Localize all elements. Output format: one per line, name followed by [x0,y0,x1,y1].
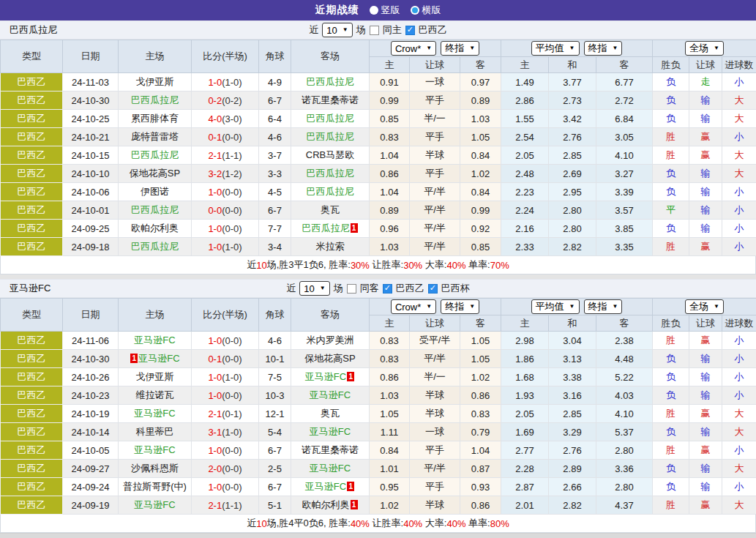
home-team-name[interactable]: 沙佩科恩斯 [131,463,179,474]
fulltime-select[interactable]: 全场▼ [685,41,724,56]
recent-games-select[interactable]: 10▼ [299,281,329,296]
home-team-name[interactable]: 欧帕尔利奥 [131,223,179,233]
near-label: 近 [286,282,296,295]
final-odds-select[interactable]: 终指▼ [441,299,479,314]
home-team-name[interactable]: 累西腓体育 [131,113,179,124]
corners-cell: 6-7 [259,441,291,460]
sub-col-header-goals: 进球数 [722,315,756,332]
radio-label[interactable]: 竖版 [381,4,400,17]
handicap-line: 平/半 [410,220,460,238]
away-team-name[interactable]: 巴西瓜拉尼 [307,168,354,179]
cup-filter-checkbox[interactable] [428,284,438,294]
avg-home-odds: 2.48 [501,165,549,183]
average-odds-select[interactable]: 平均值▼ [531,41,580,56]
radio-icon[interactable] [411,6,419,15]
handicap-away-odds: 0.84 [460,146,501,165]
home-team-name[interactable]: 戈伊亚斯 [136,76,174,87]
odds-source-select[interactable]: Crow*▼ [391,41,436,56]
halftime-score: (0-0) [222,132,242,143]
fulltime-select[interactable]: 全场▼ [685,299,724,314]
away-team-name[interactable]: 巴西瓜拉尼 [302,223,350,233]
away-team-name[interactable]: 保地花高SP [304,353,355,364]
away-team-name[interactable]: 巴西瓜拉尼 [307,131,354,142]
handicap-home-odds: 0.83 [370,350,410,368]
match-row: 巴西乙24-10-30巴西瓜拉尼0-2(0-2)6-7诺瓦里桑蒂诺0.99平手0… [1,91,756,110]
same-home-label[interactable]: 同主 [383,23,402,37]
handicap-away-odds: 1.02 [460,368,501,386]
home-team-name[interactable]: 保地花高SP [130,168,180,179]
layout-radio-horizontal[interactable]: 横版 [411,4,441,17]
home-team-name[interactable]: 戈伊亚斯 [136,371,174,382]
odds-source-select[interactable]: Crow*▼ [391,299,436,314]
away-team-name[interactable]: 巴西瓜拉尼 [307,113,354,124]
same-away-checkbox[interactable] [347,284,356,294]
halftime-score: (1-0) [222,77,242,88]
final-odds-select[interactable]: 终指▼ [584,299,623,314]
home-team-name[interactable]: 亚马逊FC [134,444,175,455]
chevron-down-icon: ▼ [714,304,719,310]
halftime-score: (1-1) [222,500,242,511]
home-team-name[interactable]: 伊图诺 [141,186,169,197]
score-cell: 1-0(0-0) [192,386,259,405]
handicap-line: 平手 [410,165,460,183]
away-team-name[interactable]: 诺瓦里桑蒂诺 [302,94,359,105]
date-cell: 24-09-24 [63,478,119,496]
home-team-name[interactable]: 亚马逊FC [134,408,175,419]
away-team-name[interactable]: 巴西瓜拉尼 [307,76,354,87]
away-team-name[interactable]: 巴西瓜拉尼 [307,186,354,197]
radio-label[interactable]: 横版 [422,4,441,17]
home-team-name[interactable]: 科里蒂巴 [136,426,174,437]
home-team-name[interactable]: 亚马逊FC [138,353,179,364]
away-team-name[interactable]: 欧帕尔利奥 [302,499,350,510]
handicap-line: 平手 [410,478,460,496]
recent-games-select[interactable]: 10▼ [322,23,352,37]
away-team-name[interactable]: 奥瓦 [321,408,340,419]
home-team-name[interactable]: 巴西瓜拉尼 [131,204,179,215]
score-cell: 2-1(1-1) [192,146,259,165]
handicap-home-odds: 1.04 [370,183,410,201]
fulltime-score: 3-1 [208,427,222,438]
home-team-name[interactable]: 巴西瓜拉尼 [131,94,179,105]
home-team-name[interactable]: 巴西瓜拉尼 [131,241,179,252]
fulltime-score: 0-2 [208,95,222,106]
league-filter-checkbox[interactable] [405,26,415,35]
league-filter-checkbox[interactable] [383,284,392,294]
home-team-name[interactable]: 亚马逊FC [134,499,175,510]
home-team-name[interactable]: 亚马逊FC [134,335,175,345]
away-team-name[interactable]: 米内罗美洲 [307,335,354,345]
average-odds-select[interactable]: 平均值▼ [531,299,580,314]
handicap-home-odds: 0.84 [370,441,410,460]
away-team-name[interactable]: 亚马逊FC [305,371,346,382]
away-team-name[interactable]: 米拉索 [316,241,345,252]
league-filter-label[interactable]: 巴西乙 [396,282,424,295]
same-away-label[interactable]: 同客 [360,282,379,295]
avg-draw-odds: 3.42 [549,110,596,128]
home-team-name[interactable]: 巴西瓜拉尼 [131,149,179,160]
away-team-name[interactable]: 亚马逊FC [310,426,351,437]
away-team-name[interactable]: 亚马逊FC [305,481,346,492]
home-team-name[interactable]: 普拉斯哥野(中) [123,481,187,492]
away-team-name[interactable]: 诺瓦里桑蒂诺 [302,444,359,455]
halftime-score: (1-0) [222,427,242,438]
home-team-name[interactable]: 维拉诺瓦 [136,389,174,400]
handicap-away-odds: 0.84 [460,183,501,201]
league-type-cell: 巴西乙 [1,350,63,368]
final-odds-select[interactable]: 终指▼ [441,41,479,56]
radio-icon[interactable] [370,6,378,15]
summary-text: 70% [490,260,509,271]
section-team-name: 巴西瓜拉尼 [10,23,57,37]
home-team-name[interactable]: 庞特普雷塔 [131,131,179,142]
away-team-name[interactable]: 奥瓦 [321,204,340,215]
league-filter-label[interactable]: 巴西乙 [419,23,447,37]
cup-filter-label[interactable]: 巴西杯 [441,282,470,295]
away-team-name[interactable]: CRB马瑟欧 [306,149,354,160]
avg-away-odds: 4.10 [596,146,653,165]
avg-away-odds: 4.48 [596,350,653,368]
away-team-name[interactable]: 亚马逊FC [310,463,351,474]
same-home-checkbox[interactable] [370,26,379,35]
final-odds-select[interactable]: 终指▼ [584,41,623,56]
average-group-header: 平均值▼ 终指▼ [501,299,653,315]
away-team-cell: 亚马逊FC [291,386,370,405]
layout-radio-vertical[interactable]: 竖版 [370,4,400,17]
away-team-name[interactable]: 亚马逊FC [310,389,351,400]
